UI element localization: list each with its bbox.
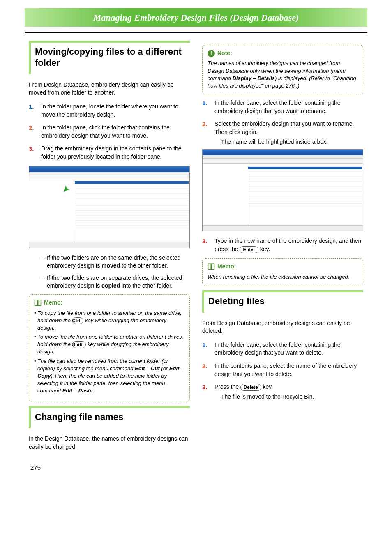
intro-moving: From Design Database, embroidery design … [29,81,190,97]
page-banner: Managing Embroidery Design Files (Design… [25,8,367,27]
memo-list: To copy the file from one folder to anot… [34,309,184,395]
page-number: 275 [30,463,392,472]
steps-deleting: In the folder pane, select the folder co… [202,341,363,401]
heading-deleting-text: Deleting files [208,295,360,307]
step-3: Drag the embroidery design in the conten… [29,145,190,161]
heading-moving: Moving/copying files to a different fold… [29,41,190,74]
alert-icon: ! [208,50,215,57]
memo-item-edit-cut: The file can also be removed from the cu… [34,358,184,395]
changing-step-2: Select the embroidery design that you wa… [202,120,363,231]
screenshot-drag-folder: ➤ [29,166,190,248]
memo-icon [208,263,215,270]
right-column: ! Note: The names of embroidery designs … [202,41,363,457]
changing-step-1: In the folder pane, select the folder co… [202,99,363,115]
memo-moving: Memo: To copy the file from one folder t… [29,294,190,402]
result-moved: If the two folders are on the same drive… [29,254,190,270]
note-label: Note: [217,49,232,58]
svg-rect-3 [212,264,214,270]
changing-step-3: Type in the new name of the embroidery d… [202,237,363,253]
memo-head-2: Memo: [208,263,358,271]
key-enter: Enter [240,246,258,253]
memo-head: Memo: [34,299,184,307]
two-column-layout: Moving/copying files to a different fold… [29,41,363,457]
steps-moving: In the folder pane, locate the folder wh… [29,103,190,161]
changing-step-2-result: The name will be highlighted inside a bo… [214,138,363,146]
svg-rect-0 [35,300,38,306]
screenshot-rename [202,149,363,231]
memo-icon [34,299,42,307]
result-moved-c: to the other folder. [120,262,168,269]
divider [25,32,367,33]
deleting-step-1: In the folder pane, select the folder co… [202,341,363,357]
left-column: Moving/copying files to a different fold… [29,41,190,457]
result-moved-b: moved [101,262,120,269]
steps-changing: In the folder pane, select the folder co… [202,99,363,253]
heading-changing: Changing file names [29,406,190,429]
memo-item-shift: To move the file from one folder to anot… [34,333,184,356]
result-copied: If the two folders are on separate drive… [29,274,190,290]
memo-label: Memo: [44,299,62,307]
svg-rect-2 [208,264,211,270]
deleting-step-2: In the contents pane, select the name of… [202,362,363,378]
intro-changing: In the Design Database, the names of emb… [29,435,190,451]
note-head: ! Note: [208,49,358,58]
memo-item-ctrl: To copy the file from one folder to anot… [34,309,184,332]
intro-deleting: From Design Database, embroidery designs… [202,319,363,335]
memo-label-2: Memo: [217,263,236,271]
key-shift: Shift [72,341,86,348]
key-ctrl: Ctrl [72,317,84,324]
step-2: In the folder pane, click the folder tha… [29,124,190,140]
step-1: In the folder pane, locate the folder wh… [29,103,190,119]
heading-moving-text: Moving/copying files to a different fold… [35,46,187,69]
deleting-step-3: Press the Delete key. The file is moved … [202,383,363,401]
key-delete: Delete [240,384,261,391]
heading-changing-text: Changing file names [35,411,187,423]
deleting-step-3-result: The file is moved to the Recycle Bin. [214,393,363,401]
memo-rename-text: When renaming a file, the file extension… [208,274,349,280]
result-copied-c: into the other folder. [120,282,173,289]
memo-rename-extension: Memo: When renaming a file, the file ext… [202,258,363,286]
svg-rect-1 [38,300,41,306]
note-changing-names: ! Note: The names of embroidery designs … [202,45,363,95]
result-copied-b: copied [101,282,120,289]
heading-deleting: Deleting files [202,290,363,313]
